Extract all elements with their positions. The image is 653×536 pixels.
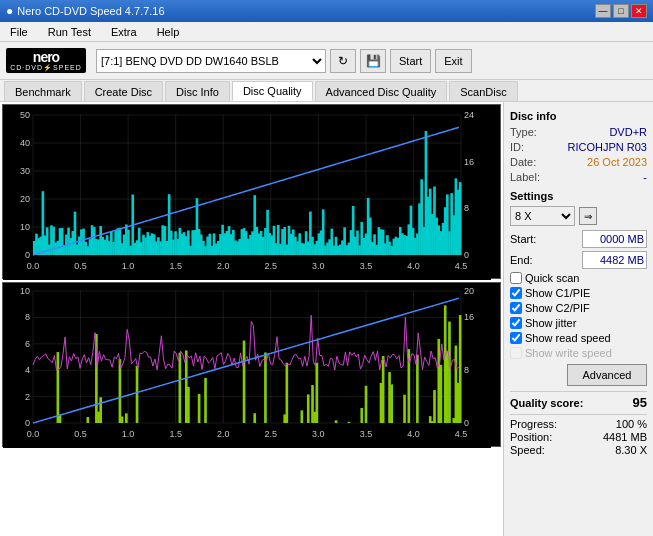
show-jitter-row: Show jitter [510,317,647,329]
quick-scan-checkbox[interactable] [510,272,522,284]
speed-select[interactable]: 8 X4 X2 X1 XMAX [510,206,575,226]
speed-row: 8 X4 X2 X1 XMAX ⇒ [510,206,647,226]
drive-select[interactable]: [7:1] BENQ DVD DD DW1640 BSLB [96,49,326,73]
tab-disc-info[interactable]: Disc Info [165,81,230,101]
close-button[interactable]: ✕ [631,4,647,18]
app-title: Nero CD-DVD Speed 4.7.7.16 [17,5,164,17]
tabs: Benchmark Create Disc Disc Info Disc Qua… [0,80,653,102]
tab-benchmark[interactable]: Benchmark [4,81,82,101]
main-content: Disc info Type: DVD+R ID: RICOHJPN R03 D… [0,102,653,536]
speed-value: 8.30 X [615,444,647,456]
toolbar: nero CD·DVD⚡SPEED [7:1] BENQ DVD DD DW16… [0,42,653,80]
start-row: Start: 0000 MB [510,230,647,248]
speed-apply-button[interactable]: ⇒ [579,207,597,225]
progress-section: Progress: 100 % Position: 4481 MB Speed:… [510,414,647,457]
position-label: Position: [510,431,552,443]
menu-bar: File Run Test Extra Help [0,22,653,42]
menu-help[interactable]: Help [151,24,186,40]
exit-button[interactable]: Exit [435,49,471,73]
progress-row: Progress: 100 % [510,418,647,430]
disc-id-row: ID: RICOHJPN R03 [510,141,647,153]
top-chart [2,104,501,279]
start-label: Start: [510,233,536,245]
disc-label-value: - [643,171,647,183]
show-read-speed-checkbox[interactable] [510,332,522,344]
disc-date-row: Date: 26 Oct 2023 [510,156,647,168]
title-bar: ● Nero CD-DVD Speed 4.7.7.16 — □ ✕ [0,0,653,22]
nero-logo: nero CD·DVD⚡SPEED [6,48,86,73]
charts-area [0,102,503,536]
advanced-button[interactable]: Advanced [567,364,647,386]
tab-scan-disc[interactable]: ScanDisc [449,81,517,101]
minimize-button[interactable]: — [595,4,611,18]
refresh-drive-button[interactable]: ↻ [330,49,356,73]
disc-date-value: 26 Oct 2023 [587,156,647,168]
settings-title: Settings [510,190,647,202]
menu-extra[interactable]: Extra [105,24,143,40]
menu-run-test[interactable]: Run Test [42,24,97,40]
show-write-speed-row: Show write speed [510,347,647,359]
maximize-button[interactable]: □ [613,4,629,18]
progress-label: Progress: [510,418,557,430]
show-c2-pif-label: Show C2/PIF [525,302,590,314]
save-button[interactable]: 💾 [360,49,386,73]
title-bar-controls: — □ ✕ [595,4,647,18]
end-row: End: 4482 MB [510,251,647,269]
disc-info-title: Disc info [510,110,647,122]
quick-scan-row: Quick scan [510,272,647,284]
position-row: Position: 4481 MB [510,431,647,443]
show-c1-pie-row: Show C1/PIE [510,287,647,299]
show-read-speed-label: Show read speed [525,332,611,344]
start-input[interactable]: 0000 MB [582,230,647,248]
speed-row: Speed: 8.30 X [510,444,647,456]
speed-label: Speed: [510,444,545,456]
start-button[interactable]: Start [390,49,431,73]
progress-value: 100 % [616,418,647,430]
bottom-chart [2,282,501,447]
show-c2-pif-row: Show C2/PIF [510,302,647,314]
disc-type-value: DVD+R [609,126,647,138]
position-value: 4481 MB [603,431,647,443]
tab-create-disc[interactable]: Create Disc [84,81,163,101]
end-input[interactable]: 4482 MB [582,251,647,269]
show-write-speed-label: Show write speed [525,347,612,359]
disc-type-row: Type: DVD+R [510,126,647,138]
show-c2-pif-checkbox[interactable] [510,302,522,314]
show-jitter-label: Show jitter [525,317,576,329]
right-panel: Disc info Type: DVD+R ID: RICOHJPN R03 D… [503,102,653,536]
menu-file[interactable]: File [4,24,34,40]
show-read-speed-row: Show read speed [510,332,647,344]
show-c1-pie-label: Show C1/PIE [525,287,590,299]
tab-disc-quality[interactable]: Disc Quality [232,81,313,101]
disc-type-label: Type: [510,126,537,138]
end-label: End: [510,254,533,266]
quick-scan-label: Quick scan [525,272,579,284]
title-bar-left: ● Nero CD-DVD Speed 4.7.7.16 [6,4,165,18]
app-icon: ● [6,4,13,18]
show-write-speed-checkbox [510,347,522,359]
disc-label-row: Label: - [510,171,647,183]
quality-score-row: Quality score: 95 [510,391,647,410]
show-jitter-checkbox[interactable] [510,317,522,329]
tab-advanced-disc-quality[interactable]: Advanced Disc Quality [315,81,448,101]
show-c1-pie-checkbox[interactable] [510,287,522,299]
disc-id-label: ID: [510,141,524,153]
disc-id-value: RICOHJPN R03 [568,141,647,153]
quality-score-value: 95 [633,395,647,410]
quality-score-label: Quality score: [510,397,583,409]
disc-date-label: Date: [510,156,536,168]
disc-label-label: Label: [510,171,540,183]
